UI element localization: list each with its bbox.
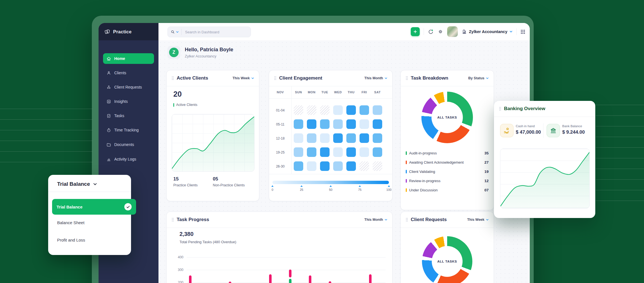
heatmap-day-label: TUE (320, 91, 330, 94)
bar-completed[interactable] (289, 279, 291, 283)
popup-option-profit-and-loss[interactable]: Profit and Loss (57, 238, 85, 242)
org-switcher[interactable]: Zylker Accountancy (462, 29, 512, 34)
stat-non-practice-clients: 05 Non-Practice Clients (213, 176, 245, 187)
active-clients-chart[interactable] (172, 114, 255, 172)
banking-chart[interactable] (500, 149, 590, 208)
heatmap-cell[interactable] (320, 105, 330, 115)
filter-dropdown[interactable]: This Month (364, 76, 387, 80)
heatmap-cell[interactable] (320, 119, 330, 129)
legend-item[interactable]: Audit-in-progress 35 (406, 149, 489, 158)
bg-decor-line (0, 130, 92, 130)
sidebar-item-clients[interactable]: Clients (103, 68, 154, 78)
y-axis-tick: 200 (174, 280, 183, 283)
scale-tick-marker (300, 185, 303, 187)
heatmap-cell[interactable] (346, 147, 356, 157)
bar[interactable] (309, 275, 311, 283)
heatmap-cell[interactable] (360, 147, 369, 157)
heatmap-cell[interactable] (360, 105, 369, 115)
heatmap-cell[interactable] (307, 147, 316, 157)
apps-menu-button[interactable] (521, 29, 525, 34)
drag-handle-icon[interactable] (172, 76, 174, 80)
legend-item[interactable]: Review-in-progress 12 (406, 176, 489, 185)
sidebar-item-activity-logs[interactable]: Activity Logs (103, 154, 154, 164)
quick-create-button[interactable] (411, 27, 420, 36)
sidebar-item-insights[interactable]: Insights (103, 96, 154, 107)
popup-header[interactable]: Trial Balance (48, 175, 131, 192)
filter-dropdown[interactable]: This Month (364, 218, 387, 222)
heatmap-cell[interactable] (346, 161, 356, 171)
heatmap-cell[interactable] (373, 133, 382, 143)
heatmap-cell[interactable] (333, 105, 343, 115)
heatmap-cell[interactable] (320, 161, 330, 171)
sidebar-item-home[interactable]: Home (103, 53, 154, 64)
heatmap-cell[interactable] (333, 119, 343, 129)
heatmap-cell[interactable] (307, 105, 316, 115)
heatmap-cell[interactable] (360, 161, 369, 171)
heatmap-cell[interactable] (294, 133, 303, 143)
heatmap-cell[interactable] (360, 133, 369, 143)
heatmap-cell[interactable] (333, 161, 343, 171)
sidebar-item-time-tracking[interactable]: Time Tracking (103, 125, 154, 135)
heatmap-cell[interactable] (373, 147, 382, 157)
heatmap-cell[interactable] (320, 133, 330, 143)
heatmap-cell[interactable] (360, 119, 369, 129)
heatmap-row-label: 26-30 (269, 164, 291, 168)
heatmap-cell[interactable] (373, 161, 382, 171)
bar[interactable] (329, 281, 331, 283)
heatmap-cell[interactable] (307, 119, 316, 129)
user-avatar[interactable] (447, 26, 458, 37)
popup-option-trial-balance[interactable]: Trial Balance (52, 199, 136, 215)
bar[interactable] (369, 274, 372, 283)
drag-handle-icon[interactable] (499, 107, 501, 111)
drag-handle-icon[interactable] (274, 76, 276, 80)
updates-button[interactable] (428, 29, 434, 35)
search-box[interactable] (167, 27, 251, 37)
search-input[interactable] (182, 30, 239, 34)
drag-handle-icon[interactable] (172, 218, 174, 222)
heatmap-scale-bar (272, 181, 389, 184)
settings-button[interactable] (438, 29, 443, 34)
heatmap-cell[interactable] (373, 119, 382, 129)
legend-item[interactable]: Client Validating 19 (406, 167, 489, 176)
plus-icon (413, 29, 417, 34)
heatmap-cell[interactable] (333, 133, 343, 143)
drag-handle-icon[interactable] (406, 218, 408, 222)
heatmap-cell[interactable] (346, 105, 356, 115)
bg-decor-line (596, 137, 644, 137)
bar[interactable] (269, 274, 272, 283)
legend-item[interactable]: Awaiting Client Acknowledgement 27 (406, 158, 489, 167)
bg-decor-line (596, 115, 644, 116)
sidebar-item-label: Tasks (114, 113, 124, 118)
heatmap-cell[interactable] (333, 147, 343, 157)
heatmap-cell[interactable] (294, 119, 303, 129)
heatmap-cell[interactable] (294, 161, 303, 171)
search-scope[interactable] (168, 29, 182, 35)
bar-overdue[interactable] (289, 270, 291, 277)
heatmap-cell[interactable] (346, 119, 356, 129)
heatmap-cell[interactable] (294, 105, 303, 115)
card-task-progress: Task Progress This Month 2,380 Total Pen… (166, 212, 393, 283)
client-requests-donut-chart[interactable]: ALL TASKS (422, 236, 472, 283)
donut-center-label: ALL TASKS (431, 102, 463, 133)
sidebar-item-documents[interactable]: Documents (103, 139, 154, 150)
heatmap-cell[interactable] (373, 105, 382, 115)
filter-label: By Status (468, 76, 484, 80)
sidebar-nav: Home Clients Client Requests Insights (99, 40, 158, 164)
filter-dropdown[interactable]: By Status (468, 76, 489, 80)
sidebar-item-tasks[interactable]: Tasks (103, 110, 154, 121)
legend-item[interactable]: Under Discussion 07 (406, 185, 489, 195)
heatmap-cell[interactable] (307, 133, 316, 143)
heatmap-cell[interactable] (346, 133, 356, 143)
bar[interactable] (189, 275, 192, 283)
drag-handle-icon[interactable] (406, 76, 408, 80)
sidebar-item-client-requests[interactable]: Client Requests (103, 82, 154, 92)
heatmap-cell[interactable] (320, 147, 330, 157)
heatmap-cell[interactable] (307, 161, 316, 171)
heatmap-cell[interactable] (294, 147, 303, 157)
bg-decor-line (596, 169, 644, 169)
popup-option-balance-sheet[interactable]: Balance Sheet (57, 220, 85, 225)
bar[interactable] (229, 282, 231, 283)
filter-dropdown[interactable]: This Week (232, 76, 254, 80)
filter-dropdown[interactable]: This Week (467, 218, 489, 222)
task-breakdown-donut-chart[interactable]: ALL TASKS (421, 92, 473, 143)
